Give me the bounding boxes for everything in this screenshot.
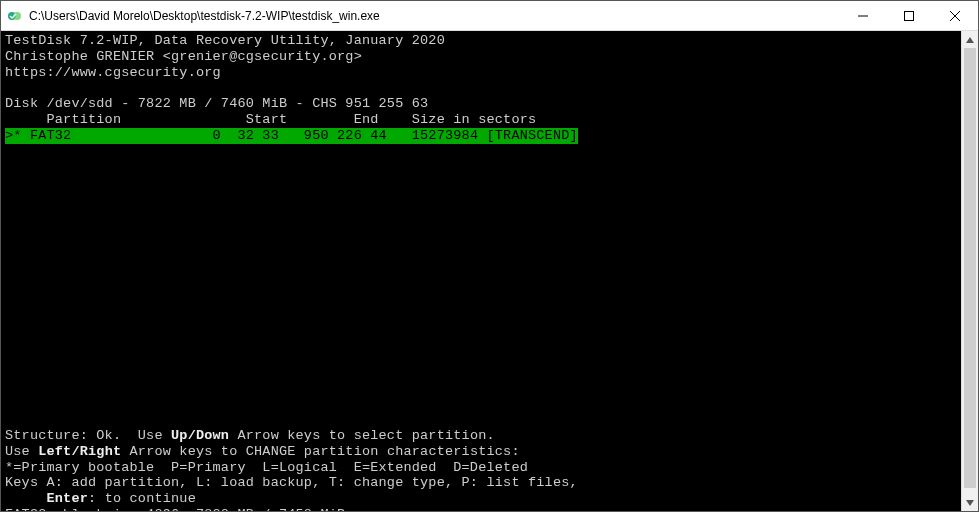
header-line: Christophe GRENIER <grenier@cgsecurity.o…: [5, 49, 362, 64]
vertical-scrollbar[interactable]: [961, 31, 978, 511]
scroll-thumb[interactable]: [964, 48, 976, 488]
close-button[interactable]: [932, 1, 978, 30]
fs-info-line: FAT32, blocksize=4096, 7820 MB / 7458 Mi…: [5, 507, 345, 511]
console-output[interactable]: TestDisk 7.2-WIP, Data Recovery Utility,…: [1, 31, 961, 511]
maximize-button[interactable]: [886, 1, 932, 30]
svg-rect-3: [905, 11, 914, 20]
scroll-up-arrow[interactable]: [962, 31, 978, 48]
partition-row-selected[interactable]: >* FAT32 0 32 33 950 226 44 15273984 [TR…: [5, 128, 578, 144]
window-controls: [840, 1, 978, 30]
disk-info: Disk /dev/sdd - 7822 MB / 7460 MiB - CHS…: [5, 96, 428, 111]
keys-line: Keys A: add partition, L: load backup, T…: [5, 475, 578, 490]
minimize-button[interactable]: [840, 1, 886, 30]
window-titlebar: C:\Users\David Morelo\Desktop\testdisk-7…: [1, 1, 978, 31]
window-title: C:\Users\David Morelo\Desktop\testdisk-7…: [29, 9, 840, 23]
help-line: Use Left/Right Arrow keys to CHANGE part…: [5, 444, 520, 459]
structure-line: Structure: Ok. Use Up/Down Arrow keys to…: [5, 428, 495, 443]
legend-line: *=Primary bootable P=Primary L=Logical E…: [5, 460, 528, 475]
header-line: TestDisk 7.2-WIP, Data Recovery Utility,…: [5, 33, 445, 48]
scroll-down-arrow[interactable]: [962, 494, 978, 511]
app-icon: [7, 8, 23, 24]
partition-table-header: Partition Start End Size in sectors: [5, 112, 536, 127]
header-line: https://www.cgsecurity.org: [5, 65, 221, 80]
enter-line: Enter: to continue: [5, 491, 196, 506]
